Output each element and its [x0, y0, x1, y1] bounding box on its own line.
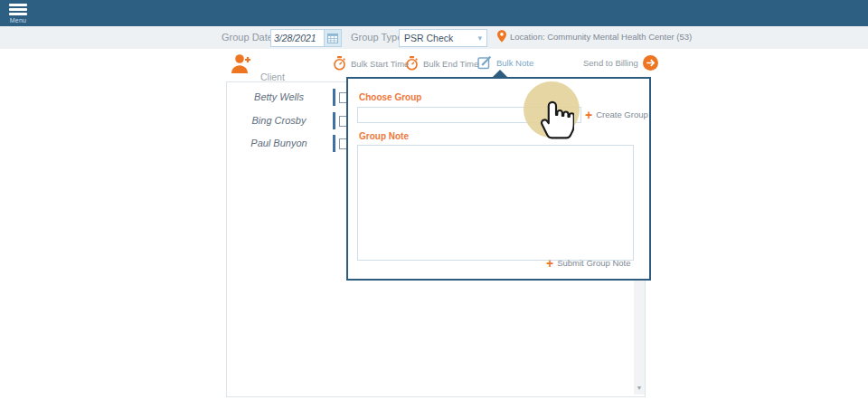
- scroll-down-arrow[interactable]: ▼: [634, 382, 645, 394]
- group-date-label: Group Date:: [222, 32, 276, 43]
- stopwatch-icon: [333, 56, 346, 71]
- hamburger-icon: [9, 4, 27, 15]
- bulk-start-time-label: Bulk Start Time: [351, 59, 409, 69]
- group-date-field: [270, 29, 342, 47]
- bulk-note-button[interactable]: Bulk Note: [477, 55, 533, 70]
- row-accent-bar: [333, 112, 335, 129]
- bulk-note-popup: Choose Group + Create Group Group Note +…: [346, 77, 651, 281]
- client-name: Bing Crosby: [227, 115, 331, 126]
- group-note-textarea[interactable]: [357, 145, 634, 261]
- bulk-note-label: Bulk Note: [496, 58, 533, 68]
- plus-icon: +: [585, 110, 592, 119]
- client-row: Betty Wells: [227, 86, 354, 110]
- group-date-input[interactable]: [271, 30, 324, 46]
- client-row: Bing Crosby: [227, 110, 354, 133]
- group-note-label: Group Note: [359, 131, 409, 141]
- location-field: Location: Community Mental Health Center…: [497, 30, 692, 43]
- toolbar: Group Date: Group Type: PSR Check ▾ Loca…: [0, 26, 868, 50]
- add-client-button[interactable]: [231, 53, 253, 74]
- arrow-right-circle-icon: [643, 55, 658, 71]
- group-type-select[interactable]: PSR Check ▾: [399, 29, 487, 47]
- client-row: Paul Bunyon: [227, 132, 354, 156]
- submit-group-note-label: Submit Group Note: [557, 258, 630, 268]
- create-group-button[interactable]: + Create Group: [585, 110, 648, 119]
- group-type-label: Group Type:: [351, 32, 405, 43]
- create-group-label: Create Group: [596, 110, 648, 119]
- client-name: Paul Bunyon: [227, 138, 331, 148]
- menu-label: Menu: [6, 17, 30, 24]
- group-type-value: PSR Check: [404, 33, 453, 43]
- edit-note-icon: [477, 55, 492, 70]
- chevron-down-icon: ▾: [477, 33, 482, 43]
- popup-caret: [491, 70, 509, 79]
- menu-button[interactable]: Menu: [6, 3, 30, 24]
- top-nav-bar: Menu: [0, 0, 868, 26]
- location-text: Location: Community Mental Health Center…: [510, 32, 692, 42]
- bulk-end-time-label: Bulk End Time: [423, 59, 478, 69]
- calendar-icon[interactable]: [324, 30, 341, 46]
- location-pin-icon: [497, 30, 506, 43]
- send-to-billing-button[interactable]: Send to Billing: [583, 55, 658, 71]
- bulk-end-time-button[interactable]: Bulk End Time: [405, 56, 478, 71]
- row-accent-bar: [333, 135, 335, 152]
- client-name: Betty Wells: [227, 91, 331, 102]
- submit-group-note-button[interactable]: + Submit Group Note: [546, 258, 631, 268]
- stopwatch-icon: [405, 56, 419, 71]
- plus-icon: +: [546, 259, 553, 268]
- choose-group-label: Choose Group: [359, 92, 421, 102]
- row-accent-bar: [333, 89, 335, 106]
- bulk-start-time-button[interactable]: Bulk Start Time: [333, 56, 409, 71]
- add-person-icon: [231, 53, 253, 74]
- send-to-billing-label: Send to Billing: [583, 58, 638, 68]
- hand-cursor-icon: [538, 98, 574, 143]
